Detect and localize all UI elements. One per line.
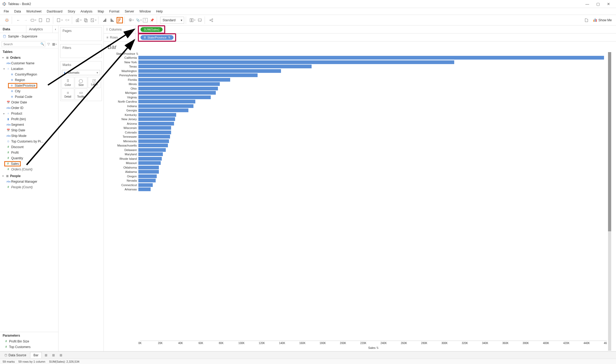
bar-row[interactable]: Arkansas bbox=[105, 187, 607, 192]
tableau-logo-icon[interactable] bbox=[4, 17, 10, 23]
bar-row[interactable]: Michigan bbox=[105, 91, 607, 95]
marks-size-button[interactable]: ◯Size bbox=[75, 77, 88, 88]
sheet-tab-bar-item[interactable]: Bar bbox=[30, 352, 42, 358]
marks-detail-button[interactable]: ⠶Detail bbox=[61, 89, 74, 100]
view-data-button[interactable]: ▦▾ bbox=[52, 41, 57, 47]
menu-help[interactable]: Help bbox=[154, 9, 165, 14]
bar-mark[interactable] bbox=[138, 166, 159, 169]
field-state-province[interactable]: ⊕State/Province bbox=[0, 83, 58, 88]
undo-button[interactable]: ← bbox=[15, 17, 22, 23]
menu-dashboard[interactable]: Dashboard bbox=[45, 9, 65, 14]
field-location-hierarchy[interactable]: ▾⑃Location bbox=[0, 66, 58, 72]
bar-row[interactable]: Massachusetts bbox=[105, 143, 607, 148]
highlight-button[interactable]: ⦿▾ bbox=[128, 17, 134, 23]
field-regional-manager[interactable]: AbcRegional Manager bbox=[0, 179, 58, 184]
bar-row[interactable]: Wisconsin bbox=[105, 126, 607, 130]
bar-mark[interactable] bbox=[138, 108, 188, 112]
close-button[interactable]: ✕ bbox=[603, 2, 614, 6]
save-button[interactable]: ▾ bbox=[30, 17, 36, 23]
sort-asc-button[interactable] bbox=[102, 17, 108, 23]
bar-row[interactable]: Missouri bbox=[105, 161, 607, 165]
menu-analysis[interactable]: Analysis bbox=[78, 9, 95, 14]
rows-pill-state-province[interactable]: ⊞State/Province⇅ bbox=[140, 35, 173, 40]
field-orders-count[interactable]: #Orders (Count) bbox=[0, 166, 58, 172]
maximize-button[interactable]: ▢ bbox=[593, 2, 603, 6]
bar-mark[interactable] bbox=[138, 179, 156, 182]
bar-mark[interactable] bbox=[138, 56, 604, 60]
bar-mark[interactable] bbox=[138, 152, 163, 156]
bar-mark[interactable] bbox=[138, 144, 168, 147]
bar-mark[interactable] bbox=[138, 157, 162, 161]
bar-mark[interactable] bbox=[138, 135, 170, 139]
bar-row[interactable]: Connecticut bbox=[105, 183, 607, 187]
param-profit-bin-size[interactable]: #Profit Bin Size bbox=[0, 338, 58, 344]
bar-mark[interactable] bbox=[138, 95, 211, 99]
bar-mark[interactable] bbox=[138, 82, 220, 86]
bar-mark[interactable] bbox=[138, 117, 175, 121]
menu-format[interactable]: Format bbox=[107, 9, 122, 14]
field-ship-mode[interactable]: AbcShip Mode bbox=[0, 133, 58, 139]
marks-tooltip-button[interactable]: ▭Tooltip bbox=[75, 89, 88, 100]
marktype-select[interactable]: ▮ Automatic ▾ bbox=[62, 70, 100, 75]
field-segment[interactable]: AbcSegment bbox=[0, 122, 58, 127]
rows-shelf[interactable]: ≡Rows ⊞State/Province⇅ bbox=[104, 34, 616, 41]
collapse-side-pane-button[interactable]: ‹ bbox=[52, 26, 58, 33]
marks-label-button[interactable]: TLabel bbox=[88, 77, 101, 88]
bar-mark[interactable] bbox=[138, 161, 161, 165]
datasource-row[interactable]: Sample - Superstore bbox=[0, 33, 58, 40]
bar-row[interactable]: North Carolina bbox=[105, 99, 607, 104]
tab-data[interactable]: Data bbox=[0, 26, 26, 33]
new-dashboard-tab-button[interactable]: ⊞ bbox=[50, 353, 57, 357]
show-hide-cards-button[interactable]: ▾ bbox=[189, 17, 196, 23]
field-order-id[interactable]: AbcOrder ID bbox=[0, 105, 58, 111]
field-quantity[interactable]: #Quantity bbox=[0, 155, 58, 161]
table-people[interactable]: ▾▦People bbox=[0, 173, 58, 179]
field-customer-name[interactable]: AbcCustomer Name bbox=[0, 60, 58, 66]
bar-row[interactable]: Minnesota bbox=[105, 139, 607, 144]
sort-button-highlighted[interactable] bbox=[117, 17, 123, 23]
field-product-hierarchy[interactable]: ▸⑃Product bbox=[0, 111, 58, 116]
bar-row[interactable]: Nevada bbox=[105, 178, 607, 183]
field-sales[interactable]: #Sales bbox=[0, 161, 58, 166]
menu-server[interactable]: Server bbox=[123, 9, 136, 14]
table-orders[interactable]: ▾▦Orders bbox=[0, 55, 58, 60]
pause-auto-updates-button[interactable] bbox=[45, 17, 51, 23]
bar-row[interactable]: Maryland bbox=[105, 152, 607, 157]
columns-pill-sum-sales[interactable]: SUM(Sales) bbox=[140, 27, 163, 32]
bar-row[interactable]: Pennsylvania bbox=[105, 73, 607, 78]
duplicate-button[interactable] bbox=[83, 17, 89, 23]
bar-row[interactable]: New York bbox=[105, 60, 607, 65]
field-profit[interactable]: #Profit bbox=[0, 150, 58, 155]
field-top-customers-set[interactable]: ⦾Top Customers by Pr... bbox=[0, 139, 58, 144]
field-profit-bin[interactable]: ▮Profit (bin) bbox=[0, 116, 58, 122]
data-guide-button[interactable] bbox=[583, 17, 590, 23]
field-ship-date[interactable]: 📅Ship Date bbox=[0, 127, 58, 133]
field-city[interactable]: ⊕City bbox=[0, 88, 58, 94]
bar-mark[interactable] bbox=[138, 113, 176, 117]
bar-mark[interactable] bbox=[138, 174, 157, 178]
group-button[interactable]: 📎▾ bbox=[135, 17, 142, 23]
bar-row[interactable]: Texas bbox=[105, 64, 607, 69]
bar-mark[interactable] bbox=[138, 87, 218, 90]
bar-mark[interactable] bbox=[138, 183, 153, 187]
bar-row[interactable]: Washington bbox=[105, 69, 607, 73]
bar-row[interactable]: Florida bbox=[105, 78, 607, 82]
new-datasource-button[interactable] bbox=[38, 17, 44, 23]
presentation-mode-button[interactable] bbox=[197, 17, 203, 23]
field-tree[interactable]: ▾▦Orders AbcCustomer Name ▾⑃Location ⊕Co… bbox=[0, 54, 58, 332]
bar-mark[interactable] bbox=[138, 170, 159, 174]
share-button[interactable] bbox=[208, 17, 214, 23]
bar-row[interactable]: Virginia bbox=[105, 95, 607, 100]
bar-row[interactable]: Colorado bbox=[105, 130, 607, 135]
new-story-tab-button[interactable]: ⊞ bbox=[58, 353, 64, 357]
bar-row[interactable]: Oregon bbox=[105, 174, 607, 179]
bar-row[interactable]: New Jersey bbox=[105, 117, 607, 122]
bar-mark[interactable] bbox=[138, 78, 230, 82]
bar-row[interactable]: California bbox=[105, 56, 607, 60]
bar-row[interactable]: Rhode Island bbox=[105, 157, 607, 161]
param-top-customers[interactable]: #Top Customers bbox=[0, 344, 58, 350]
bar-mark[interactable] bbox=[138, 126, 171, 130]
bar-row[interactable]: Tennessee bbox=[105, 135, 607, 139]
new-worksheet-tab-button[interactable]: ⊞ bbox=[43, 353, 49, 357]
bar-mark[interactable] bbox=[138, 122, 174, 125]
